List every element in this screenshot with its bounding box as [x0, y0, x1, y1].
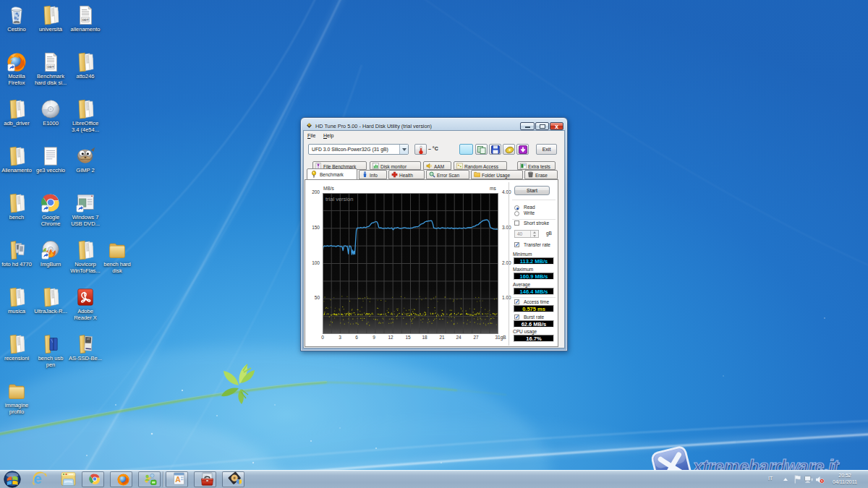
svg-text:A: A	[175, 475, 181, 484]
svg-text:trial version: trial version	[326, 196, 353, 202]
